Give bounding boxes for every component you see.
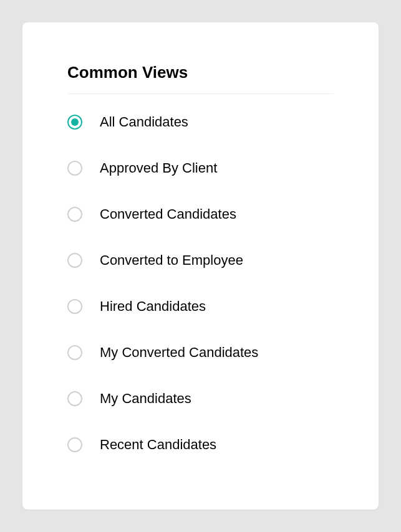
common-views-card: Common Views All Candidates Approved By …	[22, 22, 379, 510]
option-label: Converted Candidates	[100, 206, 236, 222]
option-recent-candidates[interactable]: Recent Candidates	[67, 422, 334, 468]
option-label: Converted to Employee	[100, 252, 243, 268]
option-my-converted-candidates[interactable]: My Converted Candidates	[67, 330, 334, 376]
option-approved-by-client[interactable]: Approved By Client	[67, 145, 334, 191]
option-hired-candidates[interactable]: Hired Candidates	[67, 283, 334, 330]
radio-icon	[67, 161, 82, 176]
radio-icon	[67, 299, 82, 314]
option-label: Hired Candidates	[100, 298, 206, 315]
radio-icon	[67, 437, 82, 452]
radio-icon	[67, 253, 82, 268]
radio-icon	[67, 207, 82, 222]
radio-icon	[67, 391, 82, 406]
option-label: Approved By Client	[100, 160, 217, 176]
option-label: My Candidates	[100, 391, 191, 407]
radio-icon	[67, 345, 82, 360]
option-label: All Candidates	[100, 114, 188, 130]
section-title: Common Views	[67, 63, 334, 94]
radio-icon	[67, 115, 82, 130]
options-list: All Candidates Approved By Client Conver…	[67, 94, 334, 468]
option-label: My Converted Candidates	[100, 344, 258, 361]
option-all-candidates[interactable]: All Candidates	[67, 99, 334, 145]
option-converted-candidates[interactable]: Converted Candidates	[67, 191, 334, 237]
option-label: Recent Candidates	[100, 437, 216, 453]
option-converted-to-employee[interactable]: Converted to Employee	[67, 237, 334, 283]
option-my-candidates[interactable]: My Candidates	[67, 376, 334, 422]
